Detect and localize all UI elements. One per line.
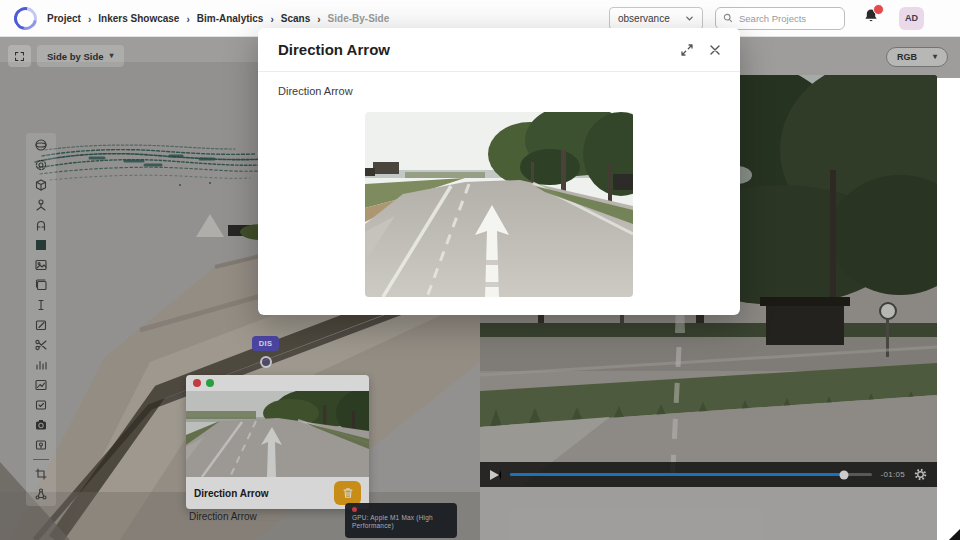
avatar[interactable]: AD (899, 7, 924, 30)
road-photo (365, 112, 633, 297)
direction-arrow-dialog: Direction Arrow Direction Arrow (258, 28, 740, 315)
inkers-logo-icon[interactable] (9, 2, 41, 34)
modal-title: Direction Arrow (278, 41, 390, 58)
breadcrumb-separator: › (270, 12, 273, 25)
app-window: -01:05 DIS (0, 0, 960, 540)
search-box (715, 7, 845, 30)
page-gutter (937, 78, 960, 540)
expand-button[interactable] (678, 41, 696, 59)
breadcrumb-item[interactable]: Project (47, 13, 81, 24)
search-input[interactable] (737, 12, 831, 25)
breadcrumb-separator: › (186, 12, 189, 25)
direction-arrow-image (365, 112, 633, 297)
modal-header: Direction Arrow (258, 28, 740, 71)
workspace-label: observance (618, 13, 670, 24)
divider (258, 71, 740, 72)
breadcrumb-item: Side-By-Side (328, 13, 390, 24)
breadcrumb: Project›Inkers Showcase›Bim-Analytics›Sc… (47, 13, 389, 24)
chevron-down-icon (685, 14, 694, 23)
breadcrumb-item[interactable]: Bim-Analytics (197, 13, 264, 24)
breadcrumb-separator: › (88, 12, 91, 25)
close-button[interactable] (706, 41, 724, 59)
breadcrumb-separator: › (317, 12, 320, 25)
close-icon (709, 44, 721, 56)
workspace-dropdown[interactable]: observance (609, 7, 703, 30)
notifications-button[interactable] (863, 8, 879, 28)
image-label: Direction Arrow (278, 85, 740, 97)
expand-icon (680, 43, 694, 57)
search-icon (723, 13, 733, 23)
notification-badge (873, 4, 884, 15)
breadcrumb-item[interactable]: Scans (281, 13, 310, 24)
breadcrumb-item[interactable]: Inkers Showcase (98, 13, 179, 24)
